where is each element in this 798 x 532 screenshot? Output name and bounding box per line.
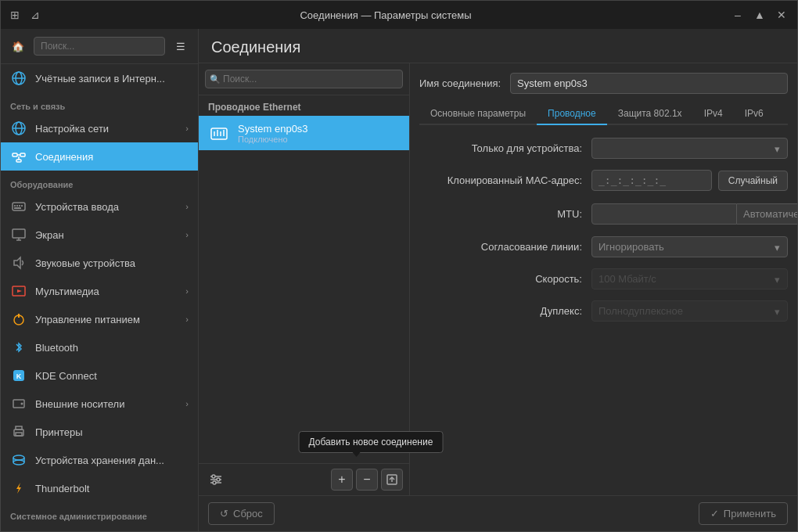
sidebar-item-about[interactable]: О системе: [1, 524, 198, 531]
svg-rect-11: [13, 203, 25, 210]
maximize-button[interactable]: ▲: [750, 5, 769, 24]
sidebar-search-input[interactable]: [34, 37, 165, 56]
sidebar-item-accounts-label: Учётные записи в Интерн...: [35, 73, 189, 84]
sidebar-item-drives[interactable]: Внешние носители ›: [1, 390, 198, 418]
connections-search-input[interactable]: [205, 70, 403, 88]
mtu-input[interactable]: [591, 203, 737, 225]
tab-wired[interactable]: Проводное: [537, 103, 607, 125]
connection-name-label: Имя соединения:: [419, 77, 501, 89]
sidebar-item-print[interactable]: Принтеры: [1, 418, 198, 446]
svg-marker-36: [16, 483, 21, 494]
page-title: Соединения: [199, 29, 797, 63]
svg-rect-7: [20, 153, 25, 156]
connection-item-0[interactable]: System enp0s3 Подключено: [199, 116, 409, 150]
speed-select-wrap: 100 Мбайт/с: [591, 268, 788, 289]
tab-ipv4[interactable]: IPv4: [693, 103, 734, 125]
mac-field-row: Случайный: [591, 170, 788, 191]
search-icon: 🔍: [210, 74, 221, 84]
svg-rect-10: [16, 160, 21, 162]
sidebar-item-input-label: Устройства ввода: [35, 201, 178, 213]
tab-basic[interactable]: Основные параметры: [419, 103, 537, 125]
svg-rect-41: [211, 128, 227, 139]
sidebar-item-storage[interactable]: Устройства хранения дан...: [1, 446, 198, 474]
tab-ipv6[interactable]: IPv6: [734, 103, 775, 125]
device-select-wrap: [591, 138, 788, 159]
arrow-icon: ›: [185, 124, 189, 133]
connection-status-0: Подключено: [238, 135, 308, 144]
close-button[interactable]: ✕: [772, 5, 791, 24]
connection-name-0: System enp0s3: [238, 123, 308, 135]
kde-icon: K: [10, 367, 27, 384]
ethernet-icon: [208, 122, 230, 144]
arrow-icon-input: ›: [185, 202, 189, 211]
network-icon: [10, 120, 27, 137]
sidebar-item-accounts[interactable]: Учётные записи в Интерн...: [1, 64, 198, 92]
line-nego-select[interactable]: Игнорировать: [591, 236, 788, 257]
sidebar-item-kde[interactable]: K KDE Connect: [1, 361, 198, 390]
main-layout: 🏠 ☰ Учётные записи в Интерн... Сеть и св…: [1, 29, 797, 531]
mtu-auto-label: Автоматически: [737, 203, 797, 225]
svg-rect-17: [13, 229, 25, 238]
home-button[interactable]: 🏠: [7, 35, 29, 57]
sidebar-menu-button[interactable]: ☰: [170, 35, 192, 57]
main-window: ⊞ ⊿ Соединения — Параметры системы – ▲ ✕…: [0, 0, 798, 532]
connections-settings-button[interactable]: [205, 469, 227, 491]
svg-text:K: K: [16, 372, 22, 380]
sidebar-item-kde-label: KDE Connect: [35, 370, 189, 382]
connection-name-field[interactable]: [510, 73, 788, 94]
minimize-button[interactable]: –: [728, 5, 747, 24]
sidebar-item-power-label: Управление питанием: [35, 314, 178, 325]
power-icon: [10, 311, 27, 328]
arrow-icon-media: ›: [185, 286, 189, 296]
sidebar-item-screen[interactable]: Экран ›: [1, 221, 198, 249]
svg-rect-13: [16, 205, 18, 207]
svg-rect-31: [16, 433, 22, 436]
detail-panel: Имя соединения: Основные параметры Прово…: [410, 63, 797, 495]
storage-icon: [10, 451, 27, 469]
sidebar-item-bluetooth[interactable]: Bluetooth: [1, 333, 198, 361]
mac-input[interactable]: [591, 170, 712, 191]
connections-toolbar: Добавить новое соединение + −: [199, 463, 409, 495]
sidebar-item-input[interactable]: Устройства ввода ›: [1, 192, 198, 221]
sidebar-header: 🏠 ☰: [1, 29, 198, 64]
apply-button[interactable]: ✓ Применить: [699, 502, 788, 525]
print-icon: [10, 423, 27, 440]
connection-info-0: System enp0s3 Подключено: [238, 123, 308, 144]
add-connection-button[interactable]: +: [331, 469, 353, 491]
globe-icon: [10, 70, 27, 87]
reset-button[interactable]: ↺ Сброс: [208, 502, 275, 525]
export-connection-button[interactable]: [381, 469, 403, 491]
connections-icon: [10, 148, 27, 165]
connection-name-row: Имя соединения:: [419, 73, 788, 94]
svg-rect-14: [19, 205, 20, 207]
sidebar-item-media-label: Мультимедиа: [35, 286, 178, 297]
bottom-bar: ↺ Сброс ✓ Применить: [199, 495, 797, 531]
remove-connection-button[interactable]: −: [356, 469, 378, 491]
arrow-icon-drives: ›: [185, 399, 189, 408]
pin-icon[interactable]: ⊿: [27, 7, 43, 23]
sidebar-item-connections[interactable]: Соединения: [1, 142, 198, 171]
titlebar-left-icons: ⊞ ⊿: [7, 7, 43, 23]
random-mac-button[interactable]: Случайный: [718, 171, 788, 191]
sidebar-section-network: Сеть и связь: [1, 92, 198, 114]
sidebar-item-connections-label: Соединения: [35, 151, 189, 163]
tab-security[interactable]: Защита 802.1x: [607, 103, 693, 125]
sidebar-item-network[interactable]: Настройка сети ›: [1, 114, 198, 142]
reset-icon: ↺: [220, 508, 228, 519]
sidebar-item-screen-label: Экран: [35, 229, 178, 241]
sidebar-item-audio[interactable]: Звуковые устройства: [1, 249, 198, 277]
device-label: Только для устройства:: [419, 142, 591, 154]
sidebar-item-media[interactable]: Мультимедиа ›: [1, 277, 198, 305]
add-button-wrap: Добавить новое соединение +: [331, 469, 353, 491]
mac-label: Клонированный МАС-адрес:: [419, 174, 591, 186]
svg-rect-30: [16, 426, 22, 430]
reset-label: Сброс: [233, 508, 263, 519]
sidebar-section-hardware: Оборудование: [1, 171, 198, 192]
svg-point-50: [217, 478, 220, 481]
sidebar-item-thunderbolt[interactable]: Thunderbolt: [1, 474, 198, 502]
apply-label: Применить: [724, 508, 776, 519]
sidebar-item-power[interactable]: Управление питанием ›: [1, 305, 198, 333]
device-select[interactable]: [591, 138, 788, 159]
mtu-field-row: Автоматически ▲ ▼: [591, 202, 797, 225]
sidebar-item-storage-label: Устройства хранения дан...: [35, 455, 189, 466]
